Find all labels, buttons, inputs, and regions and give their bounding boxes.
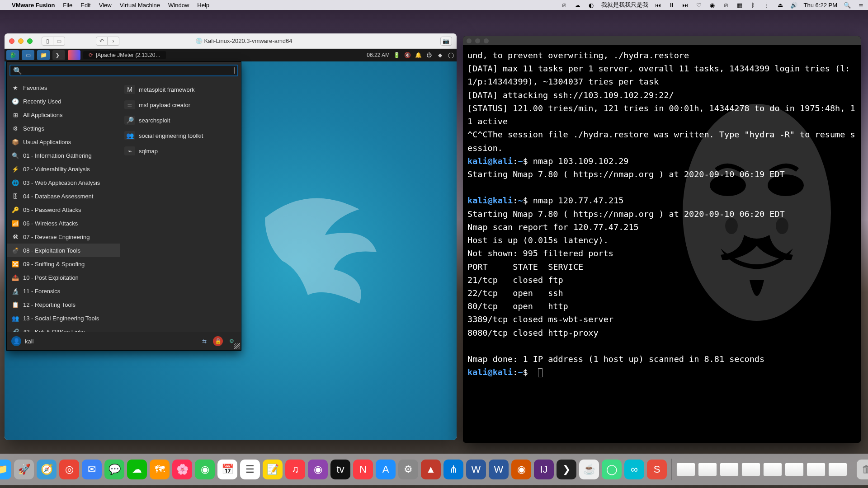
kali-launcher-button[interactable] [68,50,80,60]
dock-app-podcasts[interactable]: ◉ [308,460,328,479]
dock-minimized-window[interactable] [763,463,782,476]
resize-grip[interactable] [234,343,240,349]
spotlight-icon[interactable]: 🔍 [844,2,851,9]
dock-app-photos[interactable]: 🌸 [172,460,192,479]
launcher-category[interactable]: 🔬11 - Forensics [7,284,120,298]
dock-app-launchpad[interactable]: 🚀 [14,460,34,479]
window-close-button[interactable] [9,38,14,44]
dock-minimized-window[interactable] [676,463,695,476]
launcher-app[interactable]: ≣msf payload creator [120,97,241,113]
dock-app-app1[interactable]: ▲ [421,460,441,479]
dock-app-java[interactable]: ☕ [579,460,599,479]
kali-menu-icon[interactable]: ◯ [447,52,455,58]
clock[interactable]: Thu 6:22 PM [804,2,837,9]
dock-app-findmy[interactable]: ◉ [195,460,215,479]
kali-battery-icon[interactable]: 🔋 [392,52,401,58]
heart-icon[interactable]: ♡ [695,2,703,9]
launcher-category[interactable]: 📤10 - Post Exploitation [7,271,120,284]
window-close-button[interactable] [467,38,472,43]
kali-network-icon[interactable]: ⏻ [425,52,433,58]
launcher-category[interactable]: 🗄04 - Database Assessment [7,189,120,203]
dock-app-safari[interactable]: 🧭 [37,460,57,479]
launcher-search-input[interactable] [25,67,231,74]
dock-minimized-window[interactable] [828,463,847,476]
vm-toolbar-forward-button[interactable]: › [108,37,119,46]
user-avatar-icon[interactable]: 👤 [11,336,21,346]
vm-toolbar-view-button[interactable]: ▭ [53,37,65,46]
window-zoom-button[interactable] [484,38,489,43]
launcher-category[interactable]: 📶06 - Wireless Attacks [7,216,120,230]
dock-minimized-window[interactable] [720,463,739,476]
launcher-category[interactable]: ★Favorites [7,81,120,94]
dock-app-chrome[interactable]: ◎ [59,460,79,479]
dock-app-app4[interactable]: S [647,460,667,479]
menu-virtual-machine[interactable]: Virtual Machine [120,2,160,9]
launcher-lock-icon[interactable]: 🔒 [213,336,223,346]
dock-app-intellij[interactable]: IJ [534,460,554,479]
launcher-category[interactable]: ⊞All Applications [7,108,120,122]
dock-trash[interactable]: 🗑 [857,460,868,479]
kali-clock[interactable]: 06:22 AM [367,52,390,58]
kali-sec-icon[interactable]: ◆ [436,52,444,58]
window-zoom-button[interactable] [27,38,33,44]
dock-app-tv[interactable]: tv [330,460,350,479]
launcher-category[interactable]: 🕘Recently Used [7,94,120,108]
dock-app-music[interactable]: ♫ [285,460,305,479]
bluetooth-icon[interactable]: ᛒ [750,2,757,9]
display-icon[interactable]: ⎚ [722,2,730,9]
dock-app-app3[interactable]: ∞ [624,460,644,479]
launcher-network-icon[interactable]: ⇆ [199,336,209,346]
launcher-category[interactable]: 🔍01 - Information Gathering [7,149,120,162]
tray-icon[interactable]: ⏏ [777,2,784,9]
launcher-category[interactable]: 🔗42 - Kali & OffSec Links [7,325,120,332]
dock-app-wechat[interactable]: ☁ [127,460,147,479]
input-method[interactable]: 我就是我我只是我 [601,1,648,9]
vm-toolbar-camera-button[interactable]: 📷 [440,37,452,46]
menu-edit[interactable]: Edit [80,2,90,9]
dock-minimized-window[interactable] [741,463,760,476]
menu-view[interactable]: View [99,2,112,9]
control-center-icon[interactable]: ≣ [857,2,864,9]
volume-icon[interactable]: 🔊 [790,2,797,9]
dock-minimized-window[interactable] [698,463,717,476]
app-name-menu[interactable]: VMware Fusion [12,2,55,9]
media-prev-icon[interactable]: ⏮ [655,2,662,9]
dock-app-messages[interactable]: 💬 [104,460,124,479]
dock-app-finder[interactable]: 📁 [0,460,11,479]
wifi-icon[interactable]: ⧙ [763,2,770,9]
kali-start-button[interactable]: 🐉 [6,50,19,60]
launcher-category[interactable]: 📦Usual Applications [7,135,120,149]
kali-terminal-button[interactable]: ❯_ [52,50,65,60]
media-next-icon[interactable]: ⏭ [682,2,689,9]
vm-toolbar-sidebar-button[interactable]: ▯ [42,37,53,46]
dock-app-android[interactable]: ◯ [602,460,622,479]
dock-app-maps[interactable]: 🗺 [150,460,170,479]
dock-app-word[interactable]: W [466,460,486,479]
tray-icon[interactable]: ▦ [736,2,743,9]
dock-app-appstore[interactable]: A [376,460,396,479]
launcher-app[interactable]: 🔎searchsploit [120,113,241,128]
tray-icon[interactable]: ◐ [588,2,595,9]
dock-app-reminders[interactable]: ☰ [240,460,260,479]
menu-file[interactable]: File [63,2,72,9]
dock-app-term[interactable]: ❯ [557,460,576,479]
launcher-category[interactable]: 🌐03 - Web Application Analysis [7,176,120,189]
dock-minimized-window[interactable] [807,463,826,476]
launcher-category[interactable]: 📋12 - Reporting Tools [7,298,120,311]
dock-app-mail[interactable]: ✉ [82,460,102,479]
launcher-search[interactable]: 🔍 [9,65,238,76]
menu-window[interactable]: Window [168,2,189,9]
launcher-app[interactable]: 👥social engineering toolkit [120,128,241,143]
vmware-titlebar[interactable]: ▯ ▭ ↶ › 💿 Kali-Linux-2020.3-vmware-amd64… [5,33,457,49]
terminal-titlebar[interactable] [463,36,861,45]
dock-minimized-window[interactable] [785,463,804,476]
window-minimize-button[interactable] [475,38,480,43]
dock-app-app2[interactable]: ◉ [511,460,531,479]
tray-icon[interactable]: ⎚ [561,2,568,9]
launcher-category[interactable]: ⚡02 - Vulnerability Analysis [7,162,120,176]
tray-icon[interactable]: ◉ [709,2,716,9]
launcher-app[interactable]: Mmetasploit framework [120,82,241,97]
dock-app-notes[interactable]: 📝 [263,460,283,479]
launcher-category[interactable]: 🔑05 - Password Attacks [7,203,120,216]
kali-volume-icon[interactable]: 🔇 [403,52,411,58]
